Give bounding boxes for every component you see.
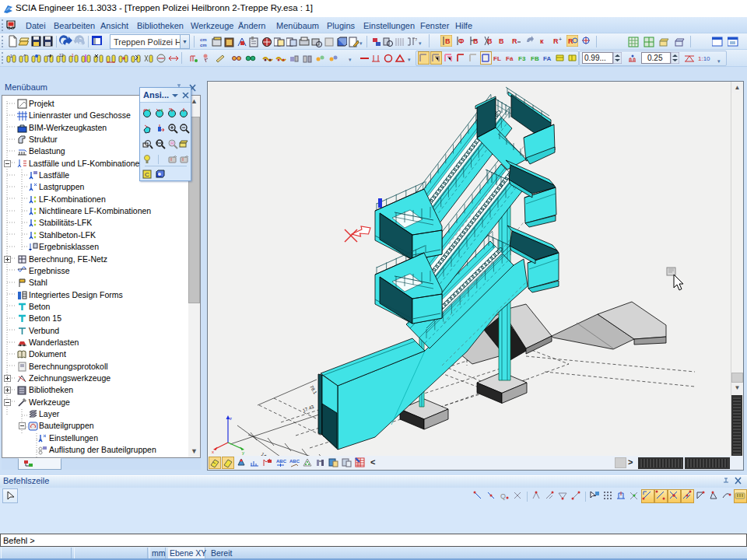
svg-text:FB: FB bbox=[531, 55, 539, 62]
svg-text:1: 1 bbox=[72, 53, 74, 58]
svg-text:B: B bbox=[487, 37, 493, 45]
svg-text:78.1: 78.1 bbox=[309, 385, 317, 396]
svg-text:x: x bbox=[212, 450, 214, 454]
svg-text:cm: cm bbox=[200, 37, 207, 42]
svg-text:Φ: Φ bbox=[458, 37, 465, 45]
svg-text:ABC: ABC bbox=[289, 459, 300, 464]
svg-text:Fá: Fá bbox=[506, 55, 514, 62]
svg-text:↗: ↗ bbox=[23, 53, 26, 58]
svg-text:z: z bbox=[230, 416, 232, 421]
svg-text:y: y bbox=[242, 450, 244, 455]
svg-text:+: + bbox=[559, 37, 562, 42]
svg-text:?: ? bbox=[415, 37, 417, 42]
svg-text:1: 1 bbox=[10, 54, 12, 58]
svg-text:B: B bbox=[473, 37, 479, 45]
svg-text:F3: F3 bbox=[518, 55, 526, 62]
svg-text:Q: Q bbox=[500, 492, 506, 500]
svg-text:ABC: ABC bbox=[276, 459, 286, 464]
svg-text:12: 12 bbox=[59, 53, 64, 58]
svg-text:R: R bbox=[512, 37, 517, 45]
svg-text:cm: cm bbox=[200, 43, 207, 47]
svg-text:FA: FA bbox=[543, 55, 551, 62]
svg-text:R: R bbox=[553, 37, 559, 45]
svg-text:к: к bbox=[540, 37, 544, 45]
svg-text:R: R bbox=[170, 141, 174, 146]
svg-text:B: B bbox=[499, 37, 504, 45]
svg-text:C: C bbox=[145, 171, 149, 178]
svg-text:B: B bbox=[445, 37, 451, 45]
svg-text:FL: FL bbox=[493, 55, 501, 62]
